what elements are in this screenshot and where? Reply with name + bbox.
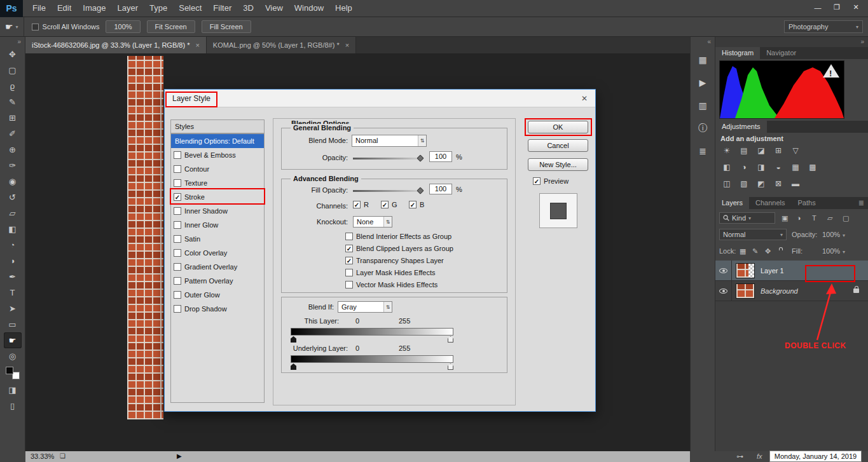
- opacity-slider[interactable]: [353, 158, 420, 160]
- style-item-drop-shadow[interactable]: Drop Shadow: [171, 302, 264, 316]
- eyedropper-tool[interactable]: ✐: [4, 126, 22, 142]
- levels-icon[interactable]: ▤: [738, 146, 750, 156]
- lock-transparent-pixels-icon[interactable]: ▦: [740, 247, 746, 255]
- collapse-panels-icon[interactable]: «: [691, 37, 715, 46]
- checkbox[interactable]: [174, 165, 181, 173]
- style-item-pattern-overlay[interactable]: Pattern Overlay: [171, 274, 264, 288]
- underlying-gradient-slider[interactable]: [291, 355, 453, 363]
- color-balance-icon[interactable]: ◑: [738, 162, 750, 172]
- photo-filter-icon[interactable]: ◒: [772, 162, 785, 172]
- actions-panel-icon[interactable]: ▶: [693, 73, 712, 92]
- dodge-tool[interactable]: ◑: [4, 253, 22, 269]
- tab-histogram[interactable]: Histogram: [715, 47, 760, 59]
- minimize-button[interactable]: —: [808, 0, 827, 15]
- knockout-select[interactable]: None⇅: [353, 216, 392, 228]
- fill-screen-button[interactable]: Fill Screen: [202, 20, 251, 33]
- history-panel-icon[interactable]: ≣: [693, 142, 712, 161]
- tab-layers[interactable]: Layers: [715, 197, 749, 209]
- menu-edit[interactable]: Edit: [52, 0, 77, 17]
- checkbox[interactable]: [174, 249, 181, 257]
- menu-filter[interactable]: Filter: [207, 0, 237, 17]
- close-button[interactable]: ✕: [846, 0, 865, 15]
- checkbox[interactable]: [174, 291, 181, 299]
- checkbox[interactable]: ✓: [381, 201, 389, 208]
- curves-icon[interactable]: ◪: [755, 146, 768, 156]
- filter-pixel-layers-icon[interactable]: ▣: [782, 214, 788, 222]
- info-panel-icon[interactable]: ⓘ: [693, 119, 712, 138]
- close-tab-icon[interactable]: ×: [195, 41, 199, 49]
- layer-row-layer-1[interactable]: Layer 1: [715, 261, 868, 281]
- tab-navigator[interactable]: Navigator: [760, 47, 803, 59]
- style-item-color-overlay[interactable]: Color Overlay: [171, 246, 264, 260]
- fill-opacity-value-field[interactable]: 100: [429, 184, 452, 194]
- visibility-toggle[interactable]: [715, 281, 732, 301]
- brush-tool[interactable]: ✑: [4, 158, 22, 173]
- document-status-icon[interactable]: ❏: [60, 452, 65, 459]
- layer-opacity-value[interactable]: 100%: [822, 231, 840, 238]
- option-blend-interior[interactable]: Blend Interior Effects as Group: [345, 233, 451, 240]
- invert-icon[interactable]: ◫: [720, 179, 733, 189]
- checkbox[interactable]: [174, 221, 181, 229]
- cancel-button[interactable]: Cancel: [528, 139, 588, 152]
- swatches-panel-icon[interactable]: ▦: [693, 50, 712, 69]
- marquee-tool[interactable]: ▢: [4, 62, 22, 78]
- brightness-contrast-icon[interactable]: ☀: [720, 146, 733, 156]
- channel-mixer-icon[interactable]: ▦: [789, 162, 802, 172]
- path-selection-tool[interactable]: ➤: [4, 301, 22, 316]
- option-vector-mask-hides[interactable]: Vector Mask Hides Effects: [345, 281, 437, 289]
- checkbox[interactable]: ✓: [409, 201, 417, 208]
- fx-icon[interactable]: fx: [757, 452, 762, 460]
- layer-thumbnail[interactable]: [736, 263, 755, 278]
- menu-help[interactable]: Help: [329, 0, 358, 17]
- color-lookup-icon[interactable]: ▩: [806, 162, 819, 172]
- style-item-texture[interactable]: Texture: [171, 176, 264, 190]
- pen-tool[interactable]: ✒: [4, 269, 22, 285]
- zoom-100-button[interactable]: 100%: [106, 20, 140, 33]
- tab-adjustments[interactable]: Adjustments: [715, 121, 767, 133]
- checkbox[interactable]: [345, 233, 353, 240]
- blend-mode-select[interactable]: Normal⇅: [352, 135, 427, 147]
- ok-button[interactable]: OK: [528, 121, 588, 133]
- fill-opacity-slider[interactable]: [353, 190, 420, 192]
- blur-tool[interactable]: ◔: [4, 237, 22, 253]
- crop-tool[interactable]: ⊞: [4, 110, 22, 126]
- hue-saturation-icon[interactable]: ◧: [720, 162, 733, 172]
- clone-stamp-tool[interactable]: ◉: [4, 173, 22, 189]
- checkbox[interactable]: ✓: [174, 193, 181, 201]
- layer-blend-mode-select[interactable]: Normal ▾: [719, 229, 787, 240]
- hand-tool[interactable]: ☛: [4, 332, 22, 348]
- menu-type[interactable]: Type: [144, 0, 173, 17]
- selective-color-icon[interactable]: ⊠: [772, 179, 785, 189]
- status-overflow-icon[interactable]: ▶: [177, 452, 182, 459]
- menu-select[interactable]: Select: [173, 0, 207, 17]
- style-item-outer-glow[interactable]: Outer Glow: [171, 288, 264, 302]
- layer-name[interactable]: Background: [761, 287, 798, 295]
- lasso-tool[interactable]: ϱ: [4, 78, 22, 94]
- shadow-slider-thumb[interactable]: [291, 336, 296, 343]
- history-brush-tool[interactable]: ↺: [4, 189, 22, 205]
- checkbox[interactable]: ✓: [345, 245, 353, 252]
- panel-menu-icon[interactable]: ≣: [858, 199, 864, 207]
- shadow-slider-thumb[interactable]: [291, 363, 296, 370]
- rectangle-tool[interactable]: ▭: [4, 316, 22, 332]
- style-item-contour[interactable]: Contour: [171, 162, 264, 176]
- chevron-down-icon[interactable]: ▾: [843, 233, 845, 238]
- link-icon[interactable]: ⊶: [736, 452, 743, 461]
- filter-shape-layers-icon[interactable]: ▱: [827, 214, 832, 222]
- blend-if-select[interactable]: Gray⇅: [338, 301, 392, 313]
- opacity-value-field[interactable]: 100: [429, 151, 452, 162]
- menu-file[interactable]: File: [27, 0, 52, 17]
- dialog-close-icon[interactable]: ✕: [581, 94, 588, 103]
- highlight-slider-thumb[interactable]: [448, 363, 453, 370]
- move-tool[interactable]: ✥: [4, 46, 22, 62]
- zoom-tool[interactable]: ◎: [4, 348, 22, 364]
- fit-screen-button[interactable]: Fit Screen: [147, 20, 195, 33]
- checkbox[interactable]: [174, 151, 181, 159]
- type-tool[interactable]: T: [4, 285, 22, 301]
- gradient-tool[interactable]: ◧: [4, 221, 22, 237]
- style-item-inner-glow[interactable]: Inner Glow: [171, 218, 264, 232]
- highlight-slider-thumb[interactable]: [448, 336, 453, 343]
- checkbox[interactable]: [174, 179, 181, 187]
- channel-r[interactable]: ✓R: [353, 201, 369, 208]
- style-item-inner-shadow[interactable]: Inner Shadow: [171, 204, 264, 218]
